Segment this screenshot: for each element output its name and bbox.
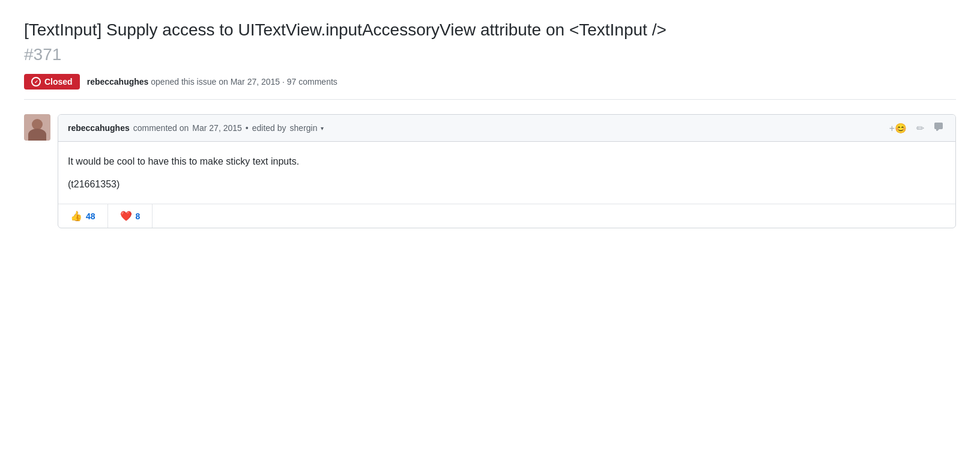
status-label: Closed	[44, 77, 73, 87]
issue-date: Mar 27, 2015	[231, 77, 280, 87]
status-badge: ✓ Closed	[24, 74, 80, 90]
comment-author[interactable]: rebeccahughes	[68, 123, 130, 133]
thumbsup-count: 48	[86, 211, 95, 221]
comment-edited-by[interactable]: shergin	[290, 123, 318, 133]
comment-body: It would be cool to have this to make st…	[58, 142, 955, 204]
add-reaction-icon: +😊	[889, 123, 907, 134]
comment-header-left: rebeccahughes commented on Mar 27, 2015 …	[68, 123, 324, 133]
reaction-heart[interactable]: ❤️ 8	[108, 204, 153, 228]
comment-header-actions: +😊 ✏	[887, 121, 946, 135]
issue-number: #371	[24, 45, 956, 64]
issue-comments-count: 97 comments	[287, 77, 337, 87]
edit-icon: ✏	[916, 123, 924, 134]
add-reaction-button[interactable]: +😊	[887, 121, 909, 135]
closed-icon: ✓	[31, 77, 41, 87]
comment-body-line2: (t21661353)	[68, 177, 946, 192]
issue-author[interactable]: rebeccahughes	[87, 77, 149, 87]
comment-reactions: 👍 48 ❤️ 8	[58, 204, 955, 228]
comment-action: commented on	[133, 123, 189, 133]
issue-meta-description: rebeccahughes opened this issue on Mar 2…	[87, 77, 337, 87]
heart-count: 8	[136, 211, 141, 221]
avatar-image	[24, 114, 50, 141]
heart-emoji: ❤️	[120, 210, 132, 222]
quote-icon	[934, 122, 943, 134]
avatar	[24, 114, 50, 141]
comment-body-line1: It would be cool to have this to make st…	[68, 154, 946, 169]
chevron-down-icon[interactable]: ▾	[321, 125, 324, 132]
comment-header: rebeccahughes commented on Mar 27, 2015 …	[58, 115, 955, 142]
comment-date: Mar 27, 2015	[192, 123, 242, 133]
thumbsup-emoji: 👍	[70, 210, 82, 222]
comment-edited-label: edited by	[252, 123, 286, 133]
comment-edited-separator: •	[246, 123, 249, 133]
edit-comment-button[interactable]: ✏	[914, 121, 927, 135]
comment-box: rebeccahughes commented on Mar 27, 2015 …	[58, 114, 956, 228]
comment-section: rebeccahughes commented on Mar 27, 2015 …	[24, 114, 956, 228]
quote-reply-button[interactable]	[931, 121, 946, 135]
issue-meta: ✓ Closed rebeccahughes opened this issue…	[24, 74, 956, 100]
reaction-thumbsup[interactable]: 👍 48	[58, 204, 108, 228]
issue-title: [TextInput] Supply access to UITextView.…	[24, 19, 956, 40]
